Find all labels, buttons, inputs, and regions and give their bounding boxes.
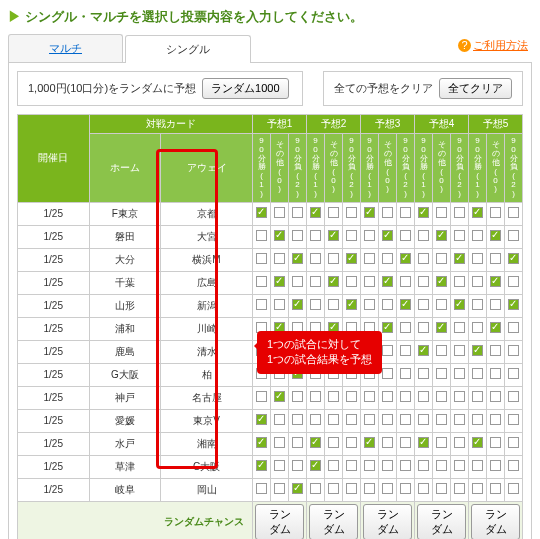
checkbox[interactable]: [400, 322, 411, 333]
checkbox[interactable]: [364, 299, 375, 310]
checkbox[interactable]: [274, 483, 285, 494]
checkbox[interactable]: [454, 483, 465, 494]
checkbox[interactable]: [364, 414, 375, 425]
checkbox[interactable]: [436, 391, 447, 402]
checkbox[interactable]: [364, 276, 375, 287]
checkbox[interactable]: [274, 253, 285, 264]
checkbox[interactable]: [364, 207, 375, 218]
checkbox[interactable]: [328, 230, 339, 241]
checkbox[interactable]: [454, 414, 465, 425]
checkbox[interactable]: [472, 391, 483, 402]
checkbox[interactable]: [472, 276, 483, 287]
checkbox[interactable]: [472, 253, 483, 264]
checkbox[interactable]: [508, 414, 519, 425]
checkbox[interactable]: [490, 322, 501, 333]
checkbox[interactable]: [508, 345, 519, 356]
checkbox[interactable]: [418, 230, 429, 241]
checkbox[interactable]: [454, 207, 465, 218]
checkbox[interactable]: [508, 253, 519, 264]
checkbox[interactable]: [472, 437, 483, 448]
checkbox[interactable]: [400, 345, 411, 356]
checkbox[interactable]: [310, 207, 321, 218]
tab-single[interactable]: シングル: [125, 35, 251, 63]
checkbox[interactable]: [436, 230, 447, 241]
checkbox[interactable]: [364, 230, 375, 241]
checkbox[interactable]: [436, 437, 447, 448]
checkbox[interactable]: [292, 253, 303, 264]
checkbox[interactable]: [400, 391, 411, 402]
checkbox[interactable]: [292, 460, 303, 471]
checkbox[interactable]: [382, 276, 393, 287]
checkbox[interactable]: [274, 207, 285, 218]
checkbox[interactable]: [490, 483, 501, 494]
checkbox[interactable]: [364, 483, 375, 494]
checkbox[interactable]: [436, 414, 447, 425]
checkbox[interactable]: [454, 253, 465, 264]
checkbox[interactable]: [418, 414, 429, 425]
checkbox[interactable]: [436, 322, 447, 333]
checkbox[interactable]: [346, 391, 357, 402]
checkbox[interactable]: [418, 391, 429, 402]
checkbox[interactable]: [454, 460, 465, 471]
checkbox[interactable]: [382, 322, 393, 333]
checkbox[interactable]: [310, 391, 321, 402]
checkbox[interactable]: [418, 483, 429, 494]
checkbox[interactable]: [418, 276, 429, 287]
checkbox[interactable]: [490, 345, 501, 356]
checkbox[interactable]: [292, 230, 303, 241]
checkbox[interactable]: [328, 391, 339, 402]
checkbox[interactable]: [292, 207, 303, 218]
checkbox[interactable]: [418, 322, 429, 333]
checkbox[interactable]: [454, 437, 465, 448]
checkbox[interactable]: [346, 230, 357, 241]
checkbox[interactable]: [400, 460, 411, 471]
checkbox[interactable]: [508, 230, 519, 241]
checkbox[interactable]: [274, 437, 285, 448]
checkbox[interactable]: [490, 253, 501, 264]
checkbox[interactable]: [346, 207, 357, 218]
checkbox[interactable]: [382, 207, 393, 218]
checkbox[interactable]: [400, 253, 411, 264]
checkbox[interactable]: [472, 207, 483, 218]
checkbox[interactable]: [328, 276, 339, 287]
checkbox[interactable]: [256, 483, 267, 494]
checkbox[interactable]: [328, 207, 339, 218]
checkbox[interactable]: [418, 437, 429, 448]
checkbox[interactable]: [256, 391, 267, 402]
tab-multi[interactable]: マルチ: [8, 34, 123, 62]
checkbox[interactable]: [418, 460, 429, 471]
checkbox[interactable]: [454, 345, 465, 356]
checkbox[interactable]: [436, 253, 447, 264]
checkbox[interactable]: [490, 391, 501, 402]
checkbox[interactable]: [292, 483, 303, 494]
checkbox[interactable]: [310, 414, 321, 425]
random-button[interactable]: ランダム: [255, 504, 304, 539]
checkbox[interactable]: [490, 276, 501, 287]
checkbox[interactable]: [382, 230, 393, 241]
checkbox[interactable]: [382, 391, 393, 402]
checkbox[interactable]: [274, 391, 285, 402]
checkbox[interactable]: [436, 460, 447, 471]
checkbox[interactable]: [490, 414, 501, 425]
checkbox[interactable]: [328, 483, 339, 494]
checkbox[interactable]: [436, 483, 447, 494]
random-button[interactable]: ランダム: [471, 504, 520, 539]
checkbox[interactable]: [382, 253, 393, 264]
checkbox[interactable]: [472, 322, 483, 333]
checkbox[interactable]: [454, 391, 465, 402]
checkbox[interactable]: [400, 414, 411, 425]
checkbox[interactable]: [346, 299, 357, 310]
checkbox[interactable]: [310, 483, 321, 494]
checkbox[interactable]: [328, 253, 339, 264]
checkbox[interactable]: [418, 345, 429, 356]
checkbox[interactable]: [508, 460, 519, 471]
checkbox[interactable]: [310, 299, 321, 310]
checkbox[interactable]: [400, 276, 411, 287]
checkbox[interactable]: [490, 368, 501, 379]
checkbox[interactable]: [364, 253, 375, 264]
checkbox[interactable]: [490, 460, 501, 471]
checkbox[interactable]: [454, 230, 465, 241]
checkbox[interactable]: [310, 437, 321, 448]
checkbox[interactable]: [382, 483, 393, 494]
checkbox[interactable]: [400, 437, 411, 448]
